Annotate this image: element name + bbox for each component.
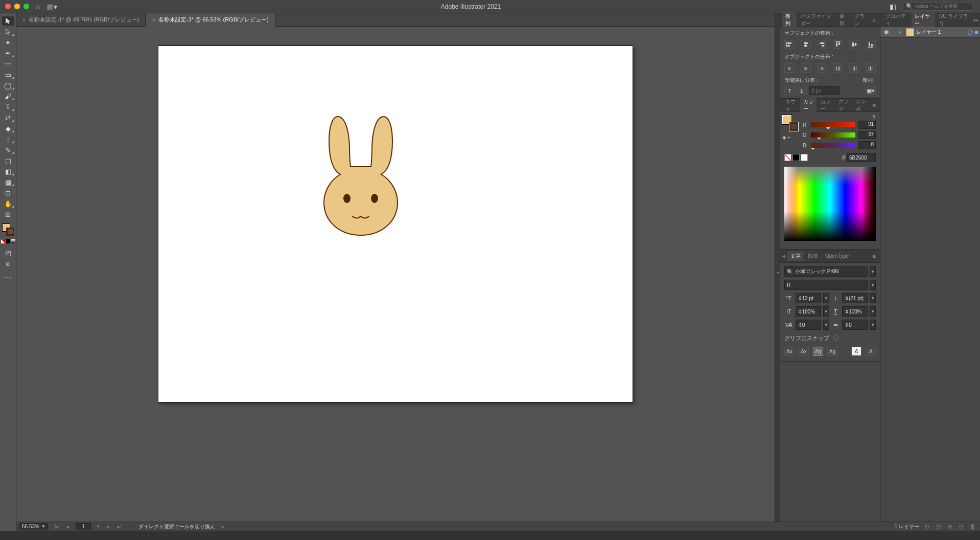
white-chip[interactable] — [801, 154, 808, 161]
width-tool[interactable]: ⟊ — [2, 134, 14, 144]
black-chip[interactable] — [792, 154, 800, 161]
gradient-tool[interactable]: ▦ — [2, 177, 14, 187]
prev-artboard[interactable]: ◂ — [65, 524, 71, 529]
glyph-btn-5[interactable]: A — [851, 347, 861, 356]
font-dropdown-icon[interactable]: ▼ — [870, 266, 876, 277]
help-search[interactable]: 🔍 Adobe ヘルプを検索 — [902, 2, 974, 11]
font-size-input[interactable]: ⇕ 12 pt — [796, 293, 821, 303]
arrange-docs-icon[interactable]: ▦▾ — [46, 3, 58, 11]
screen-mode[interactable]: ⎚ — [2, 259, 14, 268]
none-chip[interactable] — [784, 154, 791, 161]
canvas[interactable] — [16, 27, 775, 531]
workspace-icon[interactable]: ◧ — [887, 3, 898, 11]
status-menu-icon[interactable]: ▸ — [220, 524, 226, 529]
glyph-btn-3[interactable]: Ag — [813, 347, 823, 356]
pen-tool[interactable]: ✒ — [2, 49, 14, 58]
magic-wand-tool[interactable]: ✦ — [2, 38, 14, 47]
expand-icon[interactable]: ▸ — [899, 29, 904, 35]
reflect-tool[interactable]: ⇄ — [2, 113, 14, 122]
none-swatch[interactable] — [1, 239, 5, 243]
hdist-space[interactable]: ⫫ — [797, 86, 807, 95]
leading-input[interactable]: ⇕ (21 pt) — [842, 293, 868, 303]
curvature-tool[interactable]: 〰 — [2, 59, 14, 69]
align-left[interactable] — [784, 40, 795, 49]
hscale-input[interactable]: ⇕ 100% — [842, 306, 868, 317]
slice-tool[interactable]: ⊞ — [2, 210, 14, 219]
hex-input[interactable] — [847, 153, 876, 162]
tab-properties[interactable]: プロパティ — [882, 11, 911, 29]
panel-dock-icon[interactable]: ◂ — [782, 253, 786, 259]
paintbrush-tool[interactable]: 🖌 — [2, 92, 14, 101]
stroke-proxy[interactable] — [789, 122, 798, 131]
eyedropper-tool[interactable]: ✎ — [2, 145, 14, 154]
kerning-input[interactable]: ⇕ 0 — [796, 320, 821, 330]
zoom-tool[interactable]: ⊡ — [2, 188, 14, 197]
glyph-btn-1[interactable]: Ax — [784, 347, 795, 356]
minimize-window[interactable] — [14, 4, 20, 9]
tab-color[interactable]: カラー — [800, 97, 817, 114]
doc-tab-1[interactable]: ×名称未設定-1* @ 49.76% (RGB/プレビュー) — [16, 13, 146, 27]
hdist-left[interactable]: ׀׀׀ — [833, 63, 843, 73]
edit-toolbar[interactable]: ⋯ — [2, 273, 14, 282]
target-icon[interactable] — [968, 30, 973, 35]
doc-tab-2[interactable]: ×名称未設定-3* @ 66.53% (RGB/プレビュー) — [146, 13, 275, 27]
locate-object-icon[interactable]: ⊡ — [923, 524, 930, 529]
layer-thumbnail[interactable] — [906, 28, 914, 36]
info-icon[interactable]: ⓘ — [833, 334, 839, 342]
style-dropdown-icon[interactable]: ▼ — [870, 280, 876, 290]
tab-paragraph[interactable]: 段落 — [805, 251, 821, 261]
tracking-input[interactable]: ⇕ 0 — [842, 320, 868, 330]
spacing-input[interactable] — [809, 86, 839, 95]
tab-colorguide[interactable]: カラー — [818, 97, 834, 114]
tab-cclibraries[interactable]: CC ライブラリ — [936, 11, 972, 29]
g-slider[interactable] — [811, 132, 855, 138]
delete-layer-icon[interactable]: 🗑 — [969, 524, 977, 529]
tab-swatches[interactable]: スウォ — [782, 97, 799, 114]
selection-tool[interactable] — [2, 16, 14, 26]
artboard-tool[interactable]: ▢ — [2, 156, 14, 165]
r-value[interactable]: 91 — [858, 121, 876, 129]
type-tool[interactable]: T — [2, 102, 14, 111]
ellipse-tool[interactable]: ◯ — [2, 81, 14, 90]
new-sublayer-icon[interactable]: ⊞ — [946, 524, 953, 529]
tab-gradient[interactable]: グラデ — [835, 97, 852, 114]
vdist-bottom[interactable]: ≡ — [817, 63, 827, 73]
zoom-field[interactable]: 66.53% ▼ — [19, 523, 48, 530]
vdist-top[interactable]: ≡ — [784, 63, 795, 73]
vdist-center[interactable]: ≡ — [801, 63, 811, 73]
panel-collapse-left[interactable]: ◂ — [775, 13, 780, 531]
b-value[interactable]: 0 — [858, 141, 876, 149]
size-dropdown-icon[interactable]: ▼ — [823, 293, 829, 303]
vscale-dropdown-icon[interactable]: ▼ — [823, 306, 829, 317]
visibility-icon[interactable]: ◉ — [882, 29, 891, 35]
font-family-input[interactable]: 🔍小塚ゴシック Pr6N — [784, 266, 868, 277]
last-artboard[interactable]: ▸| — [116, 524, 123, 529]
hscale-dropdown-icon[interactable]: ▼ — [870, 306, 876, 317]
spot-color-icon[interactable]: ◈ ▪ — [782, 134, 797, 140]
maximize-window[interactable] — [24, 4, 29, 9]
tab-layers[interactable]: レイヤー — [912, 11, 935, 29]
panel-menu-icon[interactable]: ≡ — [871, 17, 878, 23]
tab-transform[interactable]: 変形 — [836, 11, 851, 29]
color-swatch[interactable] — [6, 239, 10, 243]
font-style-input[interactable]: R — [784, 280, 868, 290]
tab-character[interactable]: 文字 — [787, 251, 804, 261]
vdist-space[interactable]: ⫪ — [784, 86, 795, 95]
panel-menu-icon[interactable]: ≡ — [871, 102, 878, 108]
fill-stroke-swatch[interactable] — [2, 223, 14, 236]
color-mode-toggles[interactable] — [1, 239, 15, 243]
hdist-center[interactable]: ׀׀׀ — [849, 63, 859, 73]
gradient-swatch[interactable] — [11, 239, 15, 243]
color-spectrum[interactable] — [784, 167, 876, 241]
align-hcenter[interactable] — [801, 40, 811, 49]
artboard-dropdown-icon[interactable]: ▼ — [96, 524, 100, 529]
close-window[interactable] — [5, 4, 11, 9]
g-value[interactable]: 37 — [858, 131, 876, 139]
kerning-dropdown-icon[interactable]: ▼ — [823, 320, 829, 330]
glyph-btn-6[interactable]: A — [866, 347, 876, 356]
draw-mode[interactable]: ◰ — [2, 248, 14, 257]
glyph-btn-2[interactable]: Ax — [799, 347, 809, 356]
artboard-nav[interactable]: 1 — [76, 523, 91, 530]
artwork-bunny[interactable] — [315, 110, 407, 238]
leading-dropdown-icon[interactable]: ▼ — [870, 293, 876, 303]
